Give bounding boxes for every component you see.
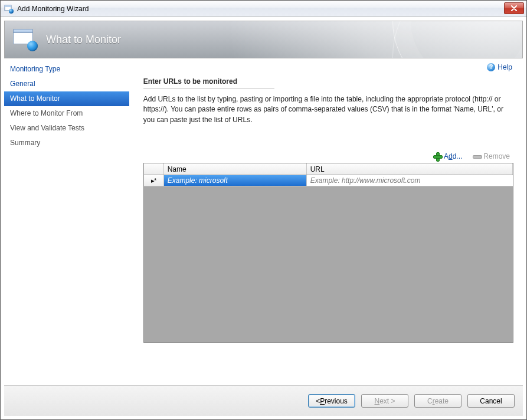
next-button: Next > [361,394,408,408]
add-label: Add... [444,152,462,160]
cell-url[interactable]: Example: http://www.microsoft.com [307,175,513,186]
step-where-to-monitor-from[interactable]: Where to Monitor From [4,106,129,121]
section-title: Enter URLs to be monitored [143,77,513,86]
help-link[interactable]: ? Help [487,63,512,71]
cell-name[interactable]: Example: microsoft [164,175,307,186]
main-panel: ? Help Enter URLs to be monitored Add UR… [129,58,523,382]
close-button[interactable] [504,2,524,14]
add-button[interactable]: Add... [433,152,462,160]
grid-corner [144,163,164,175]
minus-icon [473,152,481,160]
instructions-text: Add URLs to the list by typing, pasting … [143,94,513,125]
cancel-button[interactable]: Cancel [467,394,515,408]
help-label: Help [497,63,512,71]
wizard-window: Add Monitoring Wizard What to Monitor Mo… [0,0,527,420]
content-area: Monitoring Type General What to Monitor … [4,58,523,382]
previous-button[interactable]: < Previous [308,394,355,408]
banner-icon [13,29,37,50]
remove-button: Remove [473,152,510,160]
help-icon: ? [487,63,495,71]
grid-new-row[interactable]: ▸* Example: microsoft Example: http://ww… [144,175,513,186]
step-monitoring-type[interactable]: Monitoring Type [4,62,129,77]
create-button: Create [414,394,461,408]
banner-title: What to Monitor [46,34,121,46]
plus-icon [433,152,441,160]
banner: What to Monitor [4,21,523,58]
wizard-footer: < Previous Next > Create Cancel [4,385,523,416]
titlebar: Add Monitoring Wizard [1,1,526,17]
step-what-to-monitor[interactable]: What to Monitor [4,91,129,106]
remove-label: Remove [483,152,510,160]
column-header-url[interactable]: URL [307,163,513,175]
url-grid[interactable]: Name URL ▸* Example: microsoft Example: … [143,163,513,343]
window-title: Add Monitoring Wizard [17,5,89,13]
grid-header: Name URL [144,163,513,175]
banner-decoration [392,21,523,58]
wizard-steps-sidebar: Monitoring Type General What to Monitor … [4,58,129,382]
step-summary[interactable]: Summary [4,136,129,150]
grid-toolbar: Add... Remove [143,152,513,160]
column-header-name[interactable]: Name [164,163,307,175]
close-icon [510,5,518,11]
app-icon [4,4,14,14]
new-row-indicator-icon: ▸* [144,175,164,186]
svg-point-2 [9,9,14,14]
section-title-underline [143,88,274,88]
step-general[interactable]: General [4,77,129,91]
step-view-and-validate-tests[interactable]: View and Validate Tests [4,121,129,136]
svg-rect-1 [5,5,11,7]
